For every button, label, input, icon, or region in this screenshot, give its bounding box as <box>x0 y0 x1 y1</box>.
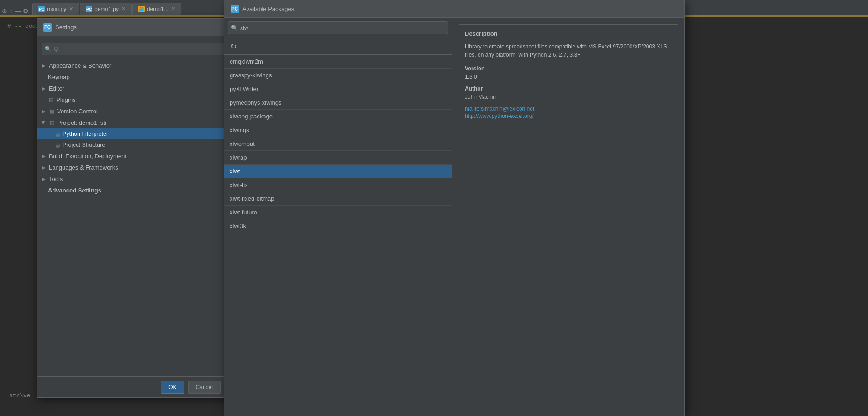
plugins-label: Plugins <box>56 96 76 103</box>
editor-label: Editor <box>49 85 64 92</box>
pkg-item-label: xlwings <box>230 127 249 133</box>
refresh-button[interactable]: ↻ <box>228 41 239 52</box>
list-item[interactable]: pyXLWriter <box>224 82 452 96</box>
settings-pc-icon: PC <box>43 23 52 32</box>
pkg-item-label: xlwt3k <box>230 223 246 229</box>
appearance-arrow-icon: ▶ <box>41 63 47 69</box>
appearance-label: Appearance & Behavior <box>49 62 111 69</box>
avail-search-input[interactable] <box>228 21 448 34</box>
author-label: Author <box>465 85 672 92</box>
pkg-item-label: xlwt <box>230 168 240 175</box>
tab-demo1-py[interactable]: PC demo1.py ✕ <box>80 3 132 15</box>
tools-arrow-icon: ▶ <box>41 176 47 182</box>
version-value: 1.3.0 <box>465 74 672 80</box>
ok-button[interactable]: OK <box>161 381 184 394</box>
avail-search-icon: 🔍 <box>231 25 238 31</box>
tab-label-globe: demo1... <box>147 6 168 12</box>
avail-pc-icon: PC <box>231 5 239 13</box>
description-title: Description <box>465 30 672 37</box>
toolbar-icon-4[interactable]: ⚙ <box>23 7 29 15</box>
list-item[interactable]: xlwt-fix <box>224 178 452 192</box>
list-item-xlwt[interactable]: xlwt <box>224 165 452 178</box>
toolbar-icon-1[interactable]: ⊕ <box>2 7 7 15</box>
vc-arrow-icon: ▶ <box>41 108 47 115</box>
vc-label: Version Control <box>57 108 98 115</box>
list-item[interactable]: xlwt3k <box>224 219 452 233</box>
lang-arrow-icon: ▶ <box>41 165 47 171</box>
available-packages-dialog: PC Available Packages 🔍 ↻ emqxlwm2m gras… <box>224 0 685 416</box>
project-icon: ▤ <box>49 120 55 126</box>
description-text: Library to create spreadsheet files comp… <box>465 43 672 59</box>
build-label: Build, Execution, Deployment <box>49 153 126 160</box>
toolbar-icon-2[interactable]: ≡ <box>9 7 13 15</box>
tab-main-py[interactable]: PC main.py ✕ <box>32 3 79 15</box>
plugins-icon: ▤ <box>48 97 54 103</box>
structure-label: Project Structure <box>63 142 105 148</box>
tab-icon-main: PC <box>38 6 45 12</box>
editor-arrow-icon: ▶ <box>41 85 47 92</box>
tab-icon-globe: 🌐 <box>138 6 145 12</box>
pkg-item-label: xlwt-fixed-bitmap <box>230 195 274 202</box>
pkg-item-label: xlwt-fix <box>230 181 248 188</box>
list-item[interactable]: xlwt-fixed-bitmap <box>224 192 452 206</box>
tab-label-demo1: demo1.py <box>95 6 119 12</box>
advanced-label: Advanced Settings <box>48 187 101 194</box>
pkg-item-label: pymedphys-xlwings <box>230 99 281 106</box>
list-item[interactable]: xlwings <box>224 123 452 137</box>
avail-packages-left: 🔍 ↻ emqxlwm2m grasspy-xlwings pyXLWriter… <box>224 18 452 416</box>
list-item[interactable]: grasspy-xlwings <box>224 69 452 82</box>
list-item[interactable]: xlwt-future <box>224 206 452 219</box>
website-link[interactable]: http://www.python-excel.org/ <box>465 113 672 119</box>
pkg-item-label: xlwang-package <box>230 113 273 120</box>
lang-label: Languages & Frameworks <box>49 164 118 171</box>
keymap-label: Keymap <box>48 74 70 80</box>
author-value: John Machin <box>465 94 672 100</box>
list-item[interactable]: emqxlwm2m <box>224 55 452 69</box>
cancel-button[interactable]: Cancel <box>188 381 221 394</box>
tab-close-demo1[interactable]: ✕ <box>121 6 126 12</box>
avail-search-area: 🔍 <box>224 18 452 38</box>
pkg-item-label: grasspy-xlwings <box>230 72 272 79</box>
project-arrow-icon: ▶ <box>41 120 47 126</box>
version-label: Version <box>465 65 672 72</box>
build-arrow-icon: ▶ <box>41 153 47 160</box>
list-item[interactable]: xlwombat <box>224 137 452 151</box>
tab-close-main[interactable]: ✕ <box>69 6 73 12</box>
description-section: Description Library to create spreadshee… <box>459 24 678 126</box>
pkg-item-label: pyXLWriter <box>230 85 258 92</box>
available-packages-list: emqxlwm2m grasspy-xlwings pyXLWriter pym… <box>224 55 452 416</box>
links-container: mailto:sjmachin@lexicon.net http://www.p… <box>465 106 672 119</box>
mailto-link[interactable]: mailto:sjmachin@lexicon.net <box>465 106 672 112</box>
available-packages-title-bar: PC Available Packages <box>224 0 684 18</box>
vc-icon: ▤ <box>49 108 55 114</box>
tab-close-globe[interactable]: ✕ <box>171 6 175 12</box>
tab-demo1-globe[interactable]: 🌐 demo1... ✕ <box>132 3 181 15</box>
avail-packages-body: 🔍 ↻ emqxlwm2m grasspy-xlwings pyXLWriter… <box>224 18 684 416</box>
pkg-item-label: xlwrap <box>230 154 247 161</box>
tools-label: Tools <box>49 176 63 182</box>
nav-search-icon: 🔍 <box>45 46 52 52</box>
avail-packages-title: Available Packages <box>242 5 294 12</box>
project-label: Project: demo1_str <box>57 119 107 126</box>
refresh-row: ↻ <box>224 38 452 55</box>
toolbar-icon-3[interactable]: — <box>15 7 21 15</box>
tab-label-main: main.py <box>47 6 66 12</box>
interpreter-label: Python Interpreter <box>63 131 108 137</box>
list-item[interactable]: xlwrap <box>224 151 452 165</box>
pkg-item-label: xlwt-future <box>230 209 257 216</box>
pkg-item-label: xlwombat <box>230 140 255 147</box>
interpreter-icon: ▤ <box>54 131 61 137</box>
list-item[interactable]: pymedphys-xlwings <box>224 96 452 110</box>
structure-icon: ▤ <box>54 142 61 148</box>
avail-packages-right: Description Library to create spreadshee… <box>452 18 684 416</box>
tab-icon-demo1: PC <box>86 6 92 12</box>
settings-title: Settings <box>55 24 77 31</box>
list-item[interactable]: xlwang-package <box>224 110 452 123</box>
pkg-item-label: emqxlwm2m <box>230 58 263 65</box>
